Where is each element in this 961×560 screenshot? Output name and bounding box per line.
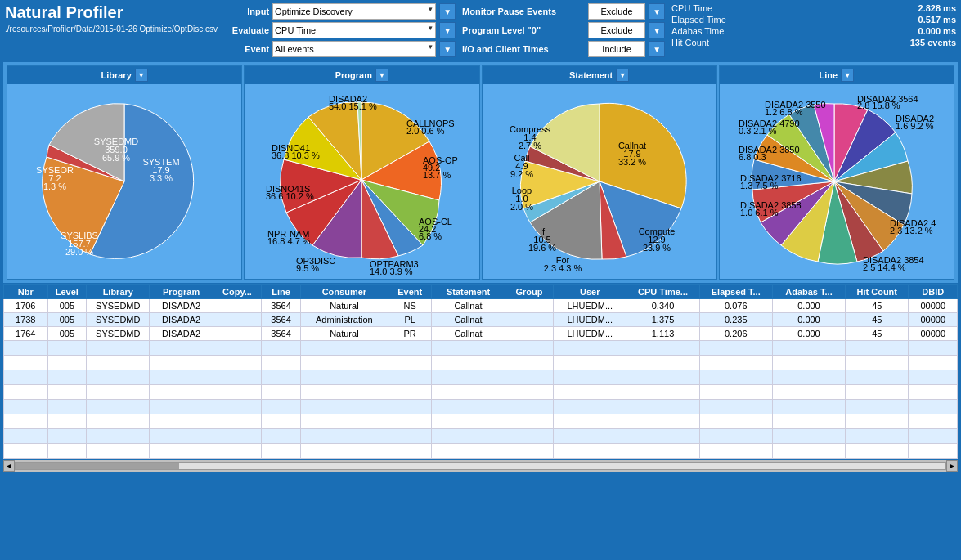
col-header-12[interactable]: Elapsed T...	[699, 285, 772, 299]
table-cell-empty	[150, 414, 213, 429]
col-header-3[interactable]: Program	[150, 285, 213, 299]
program-chart-title: Program	[335, 70, 372, 80]
col-header-11[interactable]: CPU Time...	[626, 285, 699, 299]
scroll-left-btn[interactable]: ◄	[3, 460, 15, 472]
table-cell: 3564	[262, 299, 301, 313]
table-empty-row	[4, 429, 958, 444]
line-chart-header: Line ▼	[720, 66, 954, 84]
col-header-9[interactable]: Group	[505, 285, 553, 299]
scrollbar-track[interactable]	[15, 462, 946, 470]
table-cell-empty	[300, 370, 388, 385]
table-cell-empty	[909, 444, 958, 459]
table-cell-empty	[388, 370, 432, 385]
event-dropdown-btn[interactable]: ▼	[439, 41, 456, 57]
col-header-4[interactable]: Copy...	[213, 285, 261, 299]
table-cell-empty	[909, 356, 958, 370]
col-header-6[interactable]: Consumer	[300, 285, 388, 299]
table-empty-row	[4, 400, 958, 414]
table-cell: Callnat	[432, 327, 505, 341]
table-cell-empty	[909, 429, 958, 444]
table-cell-empty	[772, 444, 845, 459]
table-cell-empty	[4, 429, 48, 444]
table-cell-empty	[150, 356, 213, 370]
monitor-pause-exclude-btn[interactable]: Exclude	[588, 3, 645, 20]
library-chart-btn[interactable]: ▼	[135, 69, 148, 82]
col-header-15[interactable]: DBID	[909, 285, 958, 299]
library-chart-body: SYSEDMD 359.0 65.9 % SYSLIBS 157.7 29.0 …	[7, 84, 241, 279]
table-cell	[505, 299, 553, 313]
table-cell-empty	[772, 400, 845, 414]
input-select[interactable]: Optimize Discovery	[272, 3, 436, 20]
hitcount-stat-row: Hit Count 135 events	[671, 38, 956, 47]
io-times-dropdown-btn[interactable]: ▼	[649, 41, 665, 57]
col-header-8[interactable]: Statement	[432, 285, 505, 299]
table-cell-empty	[554, 341, 626, 356]
col-header-1[interactable]: Level	[47, 285, 87, 299]
program-level-label: Program Level "0"	[462, 25, 585, 35]
table-cell-empty	[846, 356, 909, 370]
table-cell-empty	[432, 356, 505, 370]
table-cell-empty	[699, 356, 772, 370]
table-cell-empty	[699, 341, 772, 356]
table-cell-empty	[626, 341, 699, 356]
table-cell: SYSEDMD	[87, 299, 150, 313]
library-chart-title: Library	[101, 70, 131, 80]
table-cell-empty	[47, 429, 87, 444]
table-cell-empty	[772, 414, 845, 429]
table-cell-empty	[150, 429, 213, 444]
table-cell-empty	[262, 370, 301, 385]
evaluate-select[interactable]: CPU Time	[272, 22, 436, 38]
col-header-2[interactable]: Library	[87, 285, 150, 299]
col-header-7[interactable]: Event	[388, 285, 432, 299]
col-header-14[interactable]: Hit Count	[846, 285, 909, 299]
table-cell: Callnat	[432, 313, 505, 327]
table-cell-empty	[772, 370, 845, 385]
table-cell: 0.000	[772, 313, 845, 327]
table-cell: 1764	[4, 327, 48, 341]
library-chart-header: Library ▼	[7, 66, 241, 84]
event-select[interactable]: All events	[272, 41, 436, 57]
table-cell: NS	[388, 299, 432, 313]
col-header-13[interactable]: Adabas T...	[772, 285, 845, 299]
program-chart-btn[interactable]: ▼	[375, 69, 388, 82]
table-row: 1764005SYSEDMDDISADA23564NaturalPRCallna…	[4, 327, 958, 341]
table-cell-empty	[388, 429, 432, 444]
table-cell-empty	[699, 429, 772, 444]
input-label: Input	[224, 7, 269, 16]
table-cell-empty	[388, 341, 432, 356]
table-cell-empty	[213, 385, 261, 400]
table-cell: DISADA2	[150, 327, 213, 341]
statement-chart-btn[interactable]: ▼	[616, 69, 629, 82]
svg-text:2.5  14.4 %: 2.5 14.4 %	[863, 262, 906, 272]
col-header-0[interactable]: Nbr	[4, 285, 48, 299]
library-pie-chart: SYSEDMD 359.0 65.9 % SYSLIBS 157.7 29.0 …	[34, 92, 214, 271]
svg-text:33.2 %: 33.2 %	[618, 157, 646, 167]
table-cell: Natural	[300, 327, 388, 341]
table-cell-empty	[213, 370, 261, 385]
hitcount-value: 135 events	[910, 38, 956, 47]
line-chart-btn[interactable]: ▼	[841, 69, 854, 82]
io-times-include-btn[interactable]: Include	[588, 41, 645, 57]
scrollbar-thumb[interactable]	[16, 463, 179, 469]
line-chart-body: DISADA2 3564 2.8 15.8 % DISADA2 3055 1.6…	[720, 84, 954, 279]
col-header-10[interactable]: User	[554, 285, 626, 299]
table-cell: DISADA2	[150, 299, 213, 313]
input-dropdown-btn[interactable]: ▼	[439, 3, 456, 20]
program-level-exclude-btn[interactable]: Exclude	[588, 22, 645, 38]
table-cell: 00000	[909, 327, 958, 341]
table-cell-empty	[47, 400, 87, 414]
evaluate-dropdown-btn[interactable]: ▼	[439, 22, 456, 38]
table-cell	[213, 313, 261, 327]
table-cell: LHUEDM...	[554, 313, 626, 327]
table-cell-empty	[388, 444, 432, 459]
col-header-5[interactable]: Line	[262, 285, 301, 299]
table-cell-empty	[300, 341, 388, 356]
table-cell: Natural	[300, 299, 388, 313]
program-level-dropdown-btn[interactable]: ▼	[649, 22, 665, 38]
table-cell-empty	[4, 370, 48, 385]
monitor-pause-dropdown-btn[interactable]: ▼	[649, 3, 665, 20]
scroll-right-btn[interactable]: ►	[946, 460, 958, 472]
table-cell-empty	[4, 414, 48, 429]
adabas-label: Adabas Time	[671, 26, 724, 36]
table-cell-empty	[505, 356, 553, 370]
